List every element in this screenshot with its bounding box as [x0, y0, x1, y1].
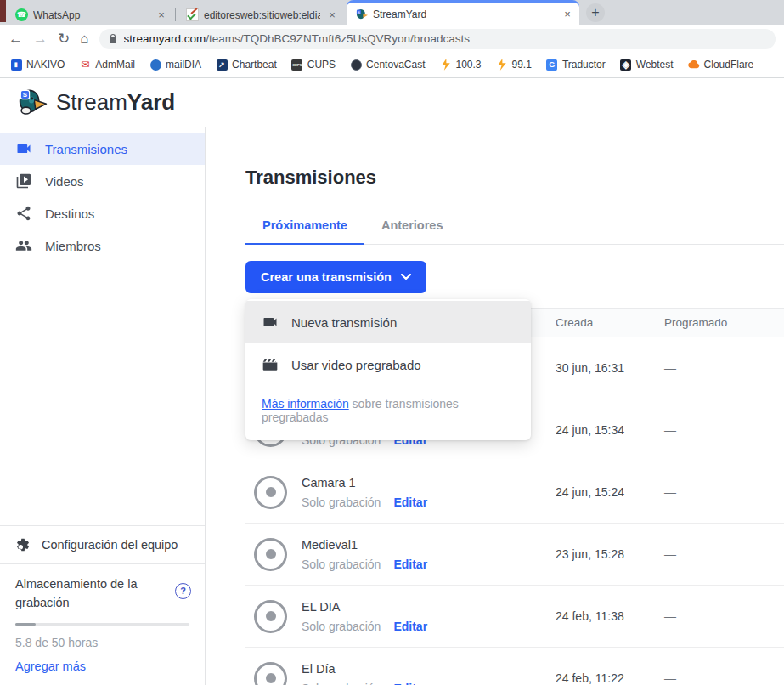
storage-progress-bar: [15, 623, 189, 626]
storage-section: Almacenamiento de lagrabación ? 5.8 de 5…: [0, 563, 205, 685]
browser-window: ☎ WhatsApp × editoresweb:sitioweb:eldia.…: [0, 0, 784, 685]
cloud-icon: [688, 59, 700, 71]
bookmark-100-3[interactable]: 100.3: [439, 59, 481, 71]
bookmarks-bar: ▮NAKIVO ✉AdmMail mailDIA ↗Chartbeat CUPS…: [0, 52, 784, 78]
dropdown-footer: Más información sobre transmisiones preg…: [245, 386, 531, 440]
storage-title: Almacenamiento de lagrabación: [15, 575, 189, 613]
edit-link[interactable]: Editar: [393, 558, 427, 571]
table-row[interactable]: El Día Solo grabaciónEditar 24 feb, 11:2…: [245, 648, 784, 685]
close-icon[interactable]: ×: [155, 8, 168, 21]
window-corner-decoration: [0, 0, 6, 22]
sidebar-footer: Configuración del equipo Almacenamiento …: [0, 525, 205, 685]
svg-text:S: S: [358, 10, 360, 14]
tab-streamyard-active[interactable]: S StreamYard ×: [347, 0, 579, 25]
editor-page-icon: [186, 8, 199, 21]
close-icon[interactable]: ×: [561, 8, 574, 20]
cups-icon: CUPS: [291, 59, 303, 71]
translate-icon: G: [546, 59, 558, 71]
table-row[interactable]: EL DIA Solo grabaciónEditar 24 feb, 11:3…: [245, 586, 784, 648]
col-programado: Programado: [664, 316, 784, 329]
bookmark-centovacast[interactable]: CentovaCast: [350, 59, 425, 71]
navigation-bar: ← → ↻ ⌂ streamyard.com/teams/TQDhBC9ZNTm…: [0, 25, 784, 52]
record-icon: [254, 538, 287, 571]
table-row[interactable]: Camara 1 Solo grabaciónEditar 24 jun, 15…: [245, 461, 784, 524]
record-icon: [254, 662, 287, 685]
broadcast-type: Solo grabación: [302, 558, 381, 571]
videocam-icon: [262, 314, 279, 331]
sidebar-item-transmisiones[interactable]: Transmisiones: [0, 133, 205, 165]
broadcast-type: Solo grabación: [302, 682, 381, 685]
bookmark-admmail[interactable]: ✉AdmMail: [79, 59, 135, 71]
scheduled-date: —: [664, 547, 784, 561]
create-broadcast-button[interactable]: Crear una transmisión: [245, 261, 426, 293]
content-tabs: Próximamente Anteriores: [245, 218, 784, 245]
bookmark-cups[interactable]: CUPSCUPS: [291, 59, 336, 71]
address-bar[interactable]: streamyard.com/teams/TQDhBC9ZNTmft6z5UsQ…: [99, 29, 776, 49]
more-info-link[interactable]: Más información: [262, 397, 349, 410]
tab-editoresweb[interactable]: editoresweb:sitioweb:eldia.co ×: [178, 4, 344, 25]
bookmark-cloudflare[interactable]: CloudFlare: [688, 59, 754, 71]
chevron-down-icon: [401, 274, 411, 280]
people-icon: [15, 237, 32, 254]
app-logo-text: StreamYard: [56, 89, 175, 116]
close-icon[interactable]: ×: [325, 8, 339, 21]
created-date: 24 feb, 11:22: [556, 671, 664, 685]
record-icon: [254, 600, 287, 633]
bookmark-99-1[interactable]: 99.1: [496, 59, 532, 71]
webtest-icon: ◈: [620, 59, 632, 71]
sidebar-item-destinos[interactable]: Destinos: [0, 197, 205, 229]
reload-icon[interactable]: ↻: [58, 31, 70, 46]
bookmark-webtest[interactable]: ◈Webtest: [620, 59, 674, 71]
app-header: S StreamYard: [0, 78, 784, 127]
svg-text:S: S: [23, 91, 27, 99]
add-more-link[interactable]: Agregar más: [15, 658, 189, 685]
scheduled-date: —: [664, 671, 784, 685]
share-icon: [15, 205, 32, 222]
tab-proximamente[interactable]: Próximamente: [245, 218, 364, 245]
created-date: 24 jun, 15:24: [556, 485, 664, 499]
url-text[interactable]: streamyard.com/teams/TQDhBC9ZNTmft6z5UsQ…: [124, 32, 470, 45]
help-icon[interactable]: ?: [175, 583, 191, 599]
edit-link[interactable]: Editar: [393, 682, 427, 685]
tab-title: StreamYard: [373, 8, 556, 20]
bookmark-chartbeat[interactable]: ↗Chartbeat: [216, 59, 277, 71]
bookmark-traductor[interactable]: GTraductor: [546, 59, 606, 71]
new-tab-button[interactable]: +: [586, 3, 605, 22]
bird-icon: [149, 59, 161, 71]
lightning-icon: [439, 59, 451, 71]
bookmark-nakivo[interactable]: ▮NAKIVO: [10, 59, 65, 71]
edit-link[interactable]: Editar: [393, 495, 427, 509]
lightning-icon: [496, 59, 508, 71]
scheduled-date: —: [664, 485, 784, 499]
forward-icon[interactable]: →: [33, 31, 48, 46]
edit-link[interactable]: Editar: [393, 620, 427, 633]
table-row[interactable]: Medieval1 Solo grabaciónEditar 23 jun, 1…: [245, 524, 784, 586]
team-settings-button[interactable]: Configuración del equipo: [0, 525, 205, 563]
menu-item-nueva-transmision[interactable]: Nueva transmisión: [245, 301, 531, 343]
col-creada: Creada: [556, 316, 664, 329]
scheduled-date: —: [664, 609, 784, 623]
back-icon[interactable]: ←: [8, 31, 23, 46]
create-broadcast-dropdown: Nueva transmisión Usar video pregrabado …: [245, 299, 531, 440]
broadcast-type: Solo grabación: [302, 620, 381, 633]
sidebar-item-miembros[interactable]: Miembros: [0, 229, 205, 262]
tab-whatsapp[interactable]: ☎ WhatsApp ×: [7, 4, 173, 25]
padlock-icon: [110, 37, 116, 43]
tab-anteriores[interactable]: Anteriores: [364, 218, 460, 244]
home-icon[interactable]: ⌂: [80, 31, 88, 46]
broadcast-name: Medieval1: [302, 538, 427, 552]
streamyard-logo-icon: S: [15, 85, 48, 121]
created-date: 24 feb, 11:38: [556, 609, 664, 623]
mail-icon: ✉: [79, 59, 91, 71]
broadcast-name: EL DIA: [302, 600, 427, 614]
storage-progress-fill: [15, 623, 36, 626]
streamyard-duck-icon: S: [355, 8, 368, 20]
menu-item-usar-video-pregrabado[interactable]: Usar video pregrabado: [245, 343, 531, 386]
chart-arrow-icon: ↗: [216, 59, 228, 71]
bookmark-maildia[interactable]: mailDIA: [149, 59, 201, 71]
tab-separator: [175, 8, 176, 21]
sidebar-item-videos[interactable]: Videos: [0, 165, 205, 197]
shield-icon: ▮: [10, 59, 22, 71]
globe-icon: [350, 59, 362, 71]
broadcast-name: Camara 1: [302, 476, 427, 490]
